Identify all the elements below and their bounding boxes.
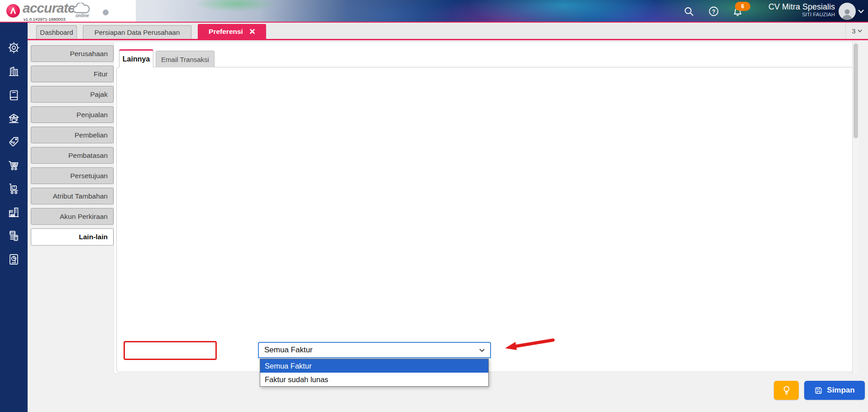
menu-label: Penjualan [76, 111, 108, 119]
menu-item-pajak[interactable]: Pajak [31, 86, 114, 103]
tax-icon[interactable]: TAX [8, 230, 20, 242]
komisi-select-options: Semua Faktur Faktur sudah lunas [260, 359, 489, 387]
content-tab-lainnya[interactable]: Lainnya [119, 49, 153, 67]
company-name: CV Mitra Spesialis [768, 2, 835, 12]
save-disk-icon [814, 386, 823, 395]
menu-item-penjualan[interactable]: Penjualan [31, 106, 114, 123]
brand-logo: accurate online v1.0.1#2971-1880003 [0, 0, 136, 22]
menu-item-perusahaan[interactable]: Perusahaan [31, 45, 114, 62]
menu-item-fitur[interactable]: Fitur [31, 66, 114, 82]
svg-text:?: ? [712, 9, 715, 15]
fixed-assets-icon[interactable] [8, 206, 20, 218]
settings-icon[interactable] [8, 42, 20, 54]
lightbulb-icon [782, 385, 792, 396]
brand-sub: online [76, 13, 89, 18]
tab-label: Persiapan Data Perusahaan [95, 28, 180, 36]
brand-version: v1.0.1#2971-1880003 [24, 17, 65, 22]
close-icon[interactable] [249, 28, 255, 34]
scrollbar-thumb[interactable] [854, 43, 858, 138]
menu-label: Perusahaan [70, 50, 108, 58]
annotation-highlight-box [124, 341, 217, 360]
report-icon[interactable] [8, 253, 20, 265]
vertical-scrollbar[interactable] [852, 42, 858, 374]
menu-label: Akun Perkiraan [60, 213, 108, 221]
company-icon[interactable] [8, 65, 20, 77]
chevron-down-icon [858, 29, 862, 33]
menu-item-lain-lain[interactable]: Lain-lain [31, 228, 114, 246]
menu-label: Pembatasan [68, 152, 108, 160]
tab-label: Preferensi [209, 28, 243, 36]
module-rail: Rp TAX [0, 23, 28, 412]
tab-label: Dashboard [40, 28, 73, 36]
avatar[interactable] [839, 3, 856, 20]
menu-item-akun-perkiraan[interactable]: Akun Perkiraan [31, 208, 114, 225]
content-tab-label: Lainnya [123, 55, 150, 63]
svg-text:Rp: Rp [11, 141, 15, 144]
tab-preferensi[interactable]: Preferensi [198, 24, 266, 39]
tab-dashboard[interactable]: Dashboard [36, 25, 77, 39]
tab-count: 3 [852, 27, 855, 35]
option-faktur-sudah-lunas[interactable]: Faktur sudah lunas [260, 373, 488, 386]
option-semua-faktur[interactable]: Semua Faktur [260, 359, 488, 373]
tab-counter-dropdown[interactable]: 3 [845, 23, 868, 39]
menu-label: Lain-lain [79, 233, 108, 241]
menu-item-pembatasan[interactable]: Pembatasan [31, 147, 114, 164]
accurate-logo-icon [6, 4, 20, 18]
save-button[interactable]: Simpan [804, 381, 865, 400]
help-icon[interactable]: ? [708, 6, 719, 17]
komisi-select-open[interactable]: Semua Faktur [258, 342, 491, 358]
brand-name: accurate [23, 0, 75, 16]
inventory-trolley-icon[interactable] [8, 183, 20, 195]
account-info[interactable]: CV Mitra Spesialis SITI FAUZIAH [768, 2, 835, 18]
select-value: Semua Faktur [264, 346, 313, 355]
window-tabbar: Dashboard Persiapan Data Perusahaan Pref… [28, 23, 868, 40]
menu-item-persetujuan[interactable]: Persetujuan [31, 167, 114, 184]
content-card: Lainnya Email Transaksi Format Desimal I… [114, 42, 858, 374]
menu-label: Pajak [90, 90, 108, 99]
account-chevron-down-icon[interactable] [858, 9, 864, 14]
menu-item-pembelian[interactable]: Pembelian [31, 127, 114, 143]
chevron-down-icon [479, 349, 485, 352]
menu-label: Pembelian [75, 131, 108, 139]
tips-button[interactable] [774, 381, 799, 400]
journal-book-icon[interactable] [8, 89, 20, 101]
search-icon[interactable] [683, 6, 694, 17]
top-header: accurate online v1.0.1#2971-1880003 ? 6 … [0, 0, 868, 23]
header-dot-decoration [103, 9, 109, 15]
annotation-arrow [501, 336, 557, 352]
settings-panel [116, 67, 856, 372]
user-name: SITI FAUZIAH [768, 12, 835, 18]
menu-item-atribut-tambahan[interactable]: Atribut Tambahan [31, 188, 114, 204]
menu-label: Persetujuan [70, 172, 108, 180]
menu-label: Fitur [94, 70, 108, 78]
notification-badge[interactable]: 6 [735, 2, 750, 11]
purchase-cart-icon[interactable] [8, 159, 20, 171]
app-screen: accurate online v1.0.1#2971-1880003 ? 6 … [0, 0, 868, 412]
menu-label: Atribut Tambahan [53, 192, 108, 200]
svg-text:TAX: TAX [10, 232, 15, 234]
tab-persiapan-data-perusahaan[interactable]: Persiapan Data Perusahaan [83, 25, 191, 39]
content-tab-label: Email Transaksi [161, 56, 209, 63]
cash-bank-icon[interactable] [8, 112, 20, 124]
save-label: Simpan [827, 386, 854, 395]
sales-price-tag-icon[interactable]: Rp [8, 136, 20, 148]
content-tab-email-transaksi[interactable]: Email Transaksi [156, 51, 215, 67]
